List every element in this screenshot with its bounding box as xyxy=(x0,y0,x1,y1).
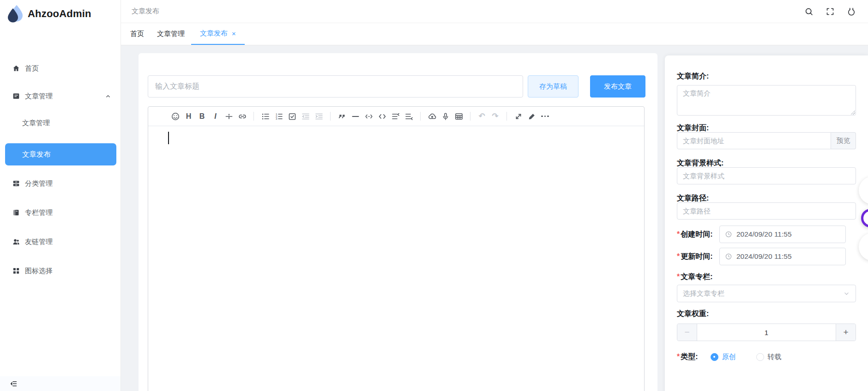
indent-icon[interactable] xyxy=(313,110,325,122)
toolbar-divider xyxy=(330,112,331,121)
tab-article-publish[interactable]: 文章发布 × xyxy=(191,23,245,45)
sidebar-item-category[interactable]: 分类管理 xyxy=(0,176,121,191)
type-label: *类型: xyxy=(677,352,698,362)
collapse-text-icon[interactable] xyxy=(403,110,415,122)
weight-input[interactable] xyxy=(697,324,836,341)
fullscreen-editor-icon[interactable] xyxy=(512,110,524,122)
clock-icon xyxy=(725,253,732,260)
radio-repost[interactable]: 转载 xyxy=(756,353,782,361)
microphone-icon[interactable] xyxy=(439,110,452,122)
radio-original[interactable]: 原创 xyxy=(711,353,736,361)
sidebar-item-label: 分类管理 xyxy=(25,179,53,188)
clock-icon xyxy=(725,231,732,238)
redo-icon[interactable]: ↷ xyxy=(489,110,501,122)
top-bar: 文章发布 xyxy=(121,0,868,23)
article-settings-panel: 文章简介: 文章封面: 预览 文章背景样式: 文章路径: *创建时间: 2024… xyxy=(665,55,868,391)
weight-label: 文章权重: xyxy=(677,309,709,319)
tab-article-manage[interactable]: 文章管理 xyxy=(151,23,191,45)
task-list-icon[interactable] xyxy=(286,110,298,122)
app-title: AhzooAdmin xyxy=(28,8,91,20)
svg-text:3: 3 xyxy=(276,117,277,120)
logo-drop-icon xyxy=(7,5,23,23)
created-time-value: 2024/09/20 11:55 xyxy=(736,230,792,238)
article-title-input[interactable] xyxy=(148,75,523,98)
table-icon[interactable] xyxy=(452,110,465,122)
preview-button[interactable]: 预览 xyxy=(831,132,856,149)
undo-icon[interactable]: ↶ xyxy=(476,110,488,122)
sidebar-item-links[interactable]: 友链管理 xyxy=(0,234,121,249)
sidebar-item-home[interactable]: 首页 xyxy=(0,61,121,76)
created-time-label: *创建时间: xyxy=(677,229,713,239)
toolbar-divider xyxy=(420,112,421,121)
home-icon xyxy=(12,64,20,73)
updated-time-input[interactable]: 2024/09/20 11:55 xyxy=(719,248,846,265)
toolbar-divider xyxy=(253,112,254,121)
save-draft-button[interactable]: 存为草稿 xyxy=(528,75,579,98)
strikethrough-icon[interactable] xyxy=(223,110,235,122)
more-icon[interactable] xyxy=(539,110,551,122)
heading-icon[interactable]: H xyxy=(182,110,195,122)
tab-home[interactable]: 首页 xyxy=(124,23,151,45)
sidebar-item-column[interactable]: 专栏管理 xyxy=(0,205,121,220)
sidebar-item-article-group[interactable]: 文章管理 xyxy=(0,89,121,104)
created-time-input[interactable]: 2024/09/20 11:55 xyxy=(719,226,846,243)
inline-code-icon[interactable] xyxy=(362,110,375,122)
weight-stepper: − + xyxy=(677,324,856,341)
tab-bar: 首页 文章管理 文章发布 × xyxy=(121,23,868,45)
ordered-list-icon[interactable]: 123 xyxy=(272,110,285,122)
editor-content-area[interactable] xyxy=(148,126,644,391)
fullscreen-icon[interactable] xyxy=(826,7,835,16)
background-style-input[interactable] xyxy=(677,167,856,184)
tab-label: 首页 xyxy=(130,30,144,38)
sidebar-footer xyxy=(0,376,121,391)
italic-icon[interactable]: I xyxy=(209,110,222,122)
toolbar-divider xyxy=(506,112,507,121)
sidebar-item-article-manage[interactable]: 文章管理 xyxy=(0,116,121,130)
article-icon xyxy=(12,92,20,100)
content-area: 存为草稿 发布文章 H B I 123 xyxy=(121,45,868,391)
collapse-sidebar-icon[interactable] xyxy=(10,380,18,388)
tab-label: 文章管理 xyxy=(157,30,185,38)
decrease-weight-button[interactable]: − xyxy=(677,324,697,341)
publish-button[interactable]: 发布文章 xyxy=(590,75,645,98)
close-tab-icon[interactable]: × xyxy=(232,30,236,37)
code-block-icon[interactable] xyxy=(376,110,388,122)
chevron-up-icon xyxy=(105,93,111,99)
increase-weight-button[interactable]: + xyxy=(836,324,856,341)
path-input[interactable] xyxy=(677,202,856,220)
sidebar-item-article-publish[interactable]: 文章发布 xyxy=(5,143,116,165)
tab-label: 文章发布 xyxy=(200,29,228,38)
sidebar-item-label: 图标选择 xyxy=(25,267,53,275)
emoji-icon[interactable] xyxy=(169,110,181,122)
quote-icon[interactable] xyxy=(336,110,348,122)
sidebar: AhzooAdmin 首页 文章管理 文章管理 文章发布 分类管理 专栏管理 友… xyxy=(0,0,121,391)
search-icon[interactable] xyxy=(804,7,814,16)
edit-icon[interactable] xyxy=(525,110,538,122)
sidebar-item-label: 文章管理 xyxy=(22,119,50,128)
horizontal-rule-icon[interactable] xyxy=(349,110,362,122)
read-more-icon[interactable] xyxy=(389,110,402,122)
sidebar-item-label: 文章发布 xyxy=(22,150,51,159)
radio-circle-icon xyxy=(756,353,764,361)
breadcrumb: 文章发布 xyxy=(132,7,159,16)
rich-text-editor: H B I 123 xyxy=(148,106,645,391)
outdent-icon[interactable] xyxy=(299,110,312,122)
summary-label: 文章简介: xyxy=(677,71,709,81)
refresh-icon[interactable] xyxy=(847,7,856,16)
link-icon[interactable] xyxy=(236,110,248,122)
sidebar-item-label: 专栏管理 xyxy=(25,208,53,217)
grid-icon xyxy=(12,267,20,275)
summary-input[interactable] xyxy=(677,85,856,116)
textarea-resize-handle[interactable] xyxy=(850,110,855,115)
cover-url-input[interactable] xyxy=(677,132,831,149)
path-label: 文章路径: xyxy=(677,193,709,203)
upload-icon[interactable] xyxy=(426,110,438,122)
book-icon xyxy=(12,208,20,217)
users-icon xyxy=(12,238,20,246)
background-style-label: 文章背景样式: xyxy=(677,158,723,168)
bullet-list-icon[interactable] xyxy=(259,110,271,122)
sidebar-item-icon-select[interactable]: 图标选择 xyxy=(0,263,121,278)
article-editor-card: 存为草稿 发布文章 H B I 123 xyxy=(139,53,657,391)
bold-icon[interactable]: B xyxy=(196,110,208,122)
column-select[interactable]: 选择文章专栏 xyxy=(677,285,856,302)
